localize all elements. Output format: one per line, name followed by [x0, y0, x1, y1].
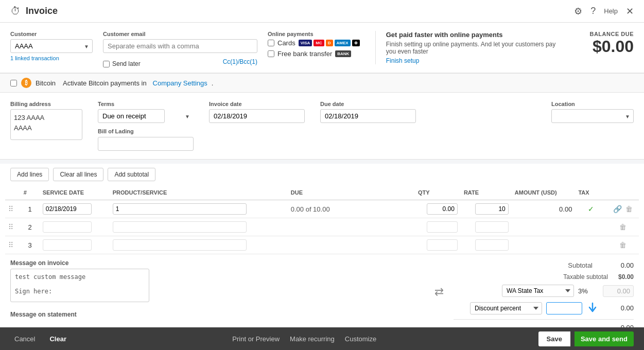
header-left: ⏱ Invoice — [10, 5, 58, 17]
customer-select-wrapper[interactable]: AAAA ▼ — [10, 39, 93, 53]
row1-tax-check[interactable]: ✓ — [588, 205, 594, 213]
bank-transfer-checkbox[interactable] — [268, 50, 274, 57]
discount-input[interactable] — [546, 302, 582, 314]
subtotal-row: Subtotal 0.00 — [454, 259, 634, 271]
row1-qty[interactable] — [427, 203, 458, 215]
terms-select[interactable]: Due on receipt — [98, 109, 165, 123]
help-label[interactable]: Help — [604, 7, 618, 15]
bill-of-lading-label: Bill of Lading — [98, 128, 134, 134]
save-button[interactable]: Save — [538, 331, 570, 346]
save-and-send-button[interactable]: Save and send — [575, 331, 634, 346]
due-date-label: Due date — [320, 101, 416, 107]
message-on-invoice-label: Message on invoice — [10, 259, 424, 267]
add-subtotal-button[interactable]: Add subtotal — [108, 168, 155, 181]
location-group: Location ▼ — [551, 101, 634, 123]
drag-handle-1[interactable]: ⠿ — [8, 205, 13, 213]
due-date-input[interactable] — [320, 109, 416, 123]
row2-rate[interactable] — [475, 221, 509, 233]
discount-type-select[interactable]: Discount percent — [470, 302, 542, 314]
send-later-checkbox[interactable] — [103, 61, 110, 67]
footer-center: Print or Preview Make recurring Customiz… — [232, 335, 376, 343]
visa-icon: VISA — [299, 40, 312, 46]
get-paid-line2: you even faster — [386, 48, 556, 55]
row2-date[interactable] — [43, 221, 92, 233]
bill-of-lading-input[interactable] — [98, 137, 194, 151]
attach-icon[interactable]: ⇅ — [432, 287, 445, 296]
billing-address-value: 123 AAAA AAAA — [10, 109, 82, 140]
invoice-date-label: Invoice date — [209, 101, 305, 107]
row3-rate[interactable] — [475, 239, 509, 251]
section-divider — [0, 160, 644, 164]
cards-checkbox[interactable] — [268, 40, 274, 46]
terms-select-wrapper[interactable]: Due on receipt ▼ — [98, 109, 194, 123]
total-row: 0.00 — [454, 319, 634, 327]
close-icon[interactable]: ✕ — [626, 6, 634, 17]
help-icon[interactable]: ? — [590, 6, 596, 16]
company-settings-link[interactable]: Company Settings — [153, 79, 207, 87]
customer-label: Customer — [10, 31, 93, 37]
table-row: ⠿ 2 🗑 — [5, 218, 639, 236]
bitcoin-checkbox[interactable] — [10, 80, 17, 86]
table-wrapper: Add lines Clear all lines Add subtotal #… — [0, 164, 644, 254]
tax-name-select[interactable]: WA State Tax — [502, 285, 574, 297]
row1-num: 1 — [21, 200, 40, 218]
row2-qty[interactable] — [427, 221, 458, 233]
customer-email-input[interactable] — [103, 39, 257, 53]
add-lines-button[interactable]: Add lines — [10, 168, 49, 181]
row3-date[interactable] — [43, 239, 92, 251]
online-payments-options: Cards VISA MC D AMEX ⊕ Free bank transfe… — [268, 39, 360, 58]
cancel-button[interactable]: Cancel — [10, 332, 39, 345]
terms-group: Terms Due on receipt ▼ Bill of Lading — [98, 101, 194, 151]
row2-delete-icon[interactable]: 🗑 — [619, 223, 626, 231]
invoice-date-input[interactable] — [209, 109, 305, 123]
customize-link[interactable]: Customize — [345, 335, 376, 343]
get-paid-section: Get paid faster with online payments Fin… — [375, 31, 556, 64]
print-preview-link[interactable]: Print or Preview — [232, 335, 280, 343]
row3-qty[interactable] — [427, 239, 458, 251]
cc-bcc-link[interactable]: Cc(1)/Bcc(1) — [223, 58, 257, 65]
get-paid-line1: Finish setting up online payments. And l… — [386, 41, 556, 48]
drag-handle-3[interactable]: ⠿ — [8, 241, 13, 249]
row1-link-icon[interactable]: 🔗 — [613, 205, 622, 213]
customer-group: Customer AAAA ▼ 1 linked transaction — [10, 31, 93, 61]
row1-delete-icon[interactable]: 🗑 — [625, 205, 633, 213]
col-date-header: SERVICE DATE — [40, 185, 110, 200]
col-due-header: DUE — [288, 185, 415, 200]
customer-select[interactable]: AAAA — [10, 39, 93, 53]
row1-product[interactable] — [113, 203, 247, 215]
row2-num: 2 — [21, 218, 40, 236]
row3-delete-icon[interactable]: 🗑 — [619, 241, 626, 249]
row2-product[interactable] — [113, 221, 247, 233]
drag-handle-2[interactable]: ⠿ — [8, 223, 13, 231]
row3-actions: 🗑 — [607, 236, 639, 254]
bitcoin-text: Bitcoin — [36, 79, 56, 87]
balance-due-section: BALANCE DUE $0.00 — [589, 31, 634, 56]
linked-transaction-link[interactable]: 1 linked transaction — [10, 55, 93, 61]
bottom-left: Message on invoice test custom message S… — [10, 259, 424, 327]
location-select-wrapper[interactable]: ▼ — [551, 109, 634, 123]
bank-transfer-checkbox-label[interactable]: Free bank transfer BANK — [268, 50, 360, 58]
cards-checkbox-label[interactable]: Cards VISA MC D AMEX ⊕ — [268, 39, 360, 47]
tax-amount-input[interactable] — [603, 285, 634, 297]
applepay-icon: ⊕ — [352, 40, 360, 46]
balance-due-amount: $0.00 — [589, 37, 634, 56]
terms-dropdown-arrow: ▼ — [185, 113, 190, 119]
clear-all-lines-button[interactable]: Clear all lines — [53, 168, 103, 181]
gear-icon[interactable]: ⚙ — [574, 6, 582, 17]
mastercard-icon: MC — [314, 40, 324, 46]
send-later-label[interactable]: Send later — [103, 60, 141, 67]
make-recurring-link[interactable]: Make recurring — [290, 335, 335, 343]
amex-icon: AMEX — [335, 40, 351, 46]
message-on-invoice-textarea[interactable]: test custom message Sign here: — [10, 269, 149, 302]
row3-product[interactable] — [113, 239, 247, 251]
online-payments-group: Online payments Cards VISA MC D AMEX ⊕ — [268, 31, 360, 58]
top-section: Customer AAAA ▼ 1 linked transaction Cus… — [0, 23, 644, 73]
taxable-value: $0.00 — [618, 273, 634, 281]
clear-button[interactable]: Clear — [45, 332, 71, 345]
row1-rate[interactable] — [475, 203, 509, 215]
row1-date[interactable] — [43, 203, 92, 215]
row2-amount — [512, 218, 576, 236]
row3-tax — [575, 236, 607, 254]
finish-setup-link[interactable]: Finish setup — [386, 57, 556, 64]
location-select[interactable] — [551, 109, 634, 123]
